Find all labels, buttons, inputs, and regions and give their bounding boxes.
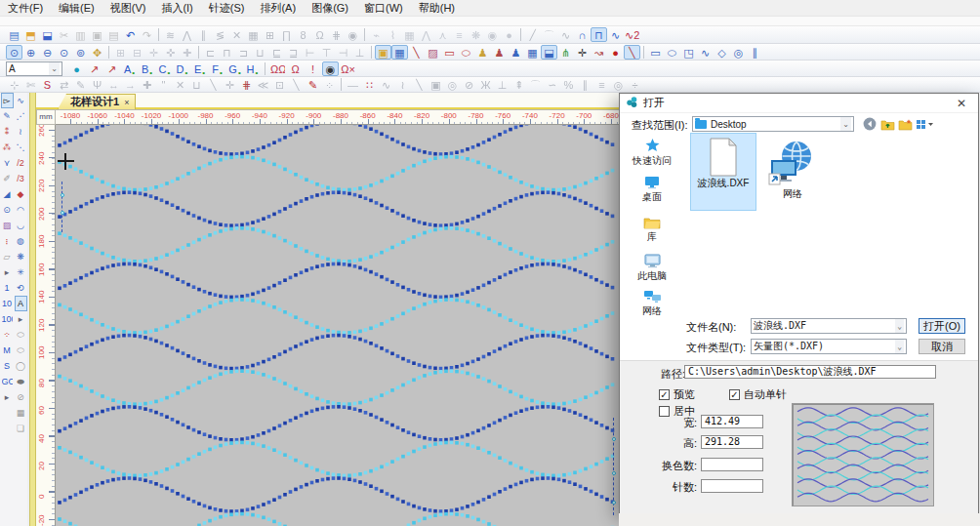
monogram-g-icon[interactable]: G (226, 61, 243, 76)
checkbox-自动单针[interactable]: ✓自动单针 (729, 387, 787, 402)
stitch-edit-icon[interactable]: ⁑ (1, 124, 14, 140)
plant-icon[interactable]: ⋔ (557, 45, 574, 60)
rect-shape-icon[interactable]: ▭ (647, 45, 664, 60)
poly-fill-icon[interactable]: ◢ (1, 186, 14, 202)
eraser-icon[interactable]: ▱ (1, 249, 14, 264)
zoom-all-icon[interactable]: ⊚ (72, 45, 89, 60)
open-file-icon[interactable]: ⬒ (22, 27, 39, 42)
stitch-count-icon[interactable]: ⁂ (1, 140, 14, 155)
spiral-shape-icon[interactable]: ◎ (730, 45, 747, 60)
menu-item[interactable]: 窗口(W) (356, 0, 411, 17)
checkbox-box[interactable]: ✓ (729, 389, 740, 400)
pen-tool-icon[interactable]: ╲ (408, 45, 425, 60)
monogram-font-combo[interactable]: A ⌄ (6, 61, 62, 76)
monitor-icon[interactable]: ⬓ (541, 45, 557, 60)
expander2-icon[interactable]: ▸ (1, 389, 14, 405)
dots-square-icon[interactable]: ▦ (15, 405, 27, 421)
dot-grid-icon[interactable]: ⁘ (1, 327, 14, 343)
fabric-icon[interactable]: ▣ (375, 45, 391, 60)
sphere-icon[interactable]: ◍ (15, 233, 27, 249)
half-spacing-icon[interactable]: /2 (15, 155, 27, 171)
thread-group-blue-icon[interactable]: ♟ (508, 45, 524, 60)
oval-dark-icon[interactable]: ⬬ (15, 374, 27, 389)
menu-item[interactable]: 插入(I) (153, 0, 200, 17)
menu-item[interactable]: 视图(V) (102, 0, 154, 17)
traffic-light-icon[interactable]: ⁝ (1, 233, 14, 249)
branch-icon[interactable]: ⋎ (1, 155, 14, 171)
expander-icon[interactable]: ▸ (1, 264, 14, 280)
rotate-ccw-icon[interactable]: ⟲ (15, 280, 27, 296)
field-input[interactable]: 291.28 (701, 435, 763, 449)
node-edit-icon[interactable]: ✎ (1, 108, 14, 124)
step-100-icon[interactable]: 100 (1, 311, 14, 327)
field-input[interactable]: 412.49 (701, 415, 763, 428)
menu-item[interactable]: 针迹(S) (201, 0, 253, 17)
grid-color-icon[interactable]: ⋕ (238, 77, 255, 92)
filetype-combo[interactable]: 矢量图(*.DXF) ⌄ (751, 339, 907, 354)
swirl-icon[interactable]: ❋ (15, 249, 27, 264)
checkbox-box[interactable]: ✓ (659, 389, 670, 400)
dialog-title-bar[interactable]: 打开 ✕ (620, 94, 978, 113)
color-dot-icon[interactable]: ● (607, 45, 624, 60)
curve2-tool-icon[interactable]: ∿2 (624, 27, 640, 42)
monogram-e-icon[interactable]: E (191, 61, 208, 76)
menu-item[interactable]: 文件(F) (0, 0, 51, 17)
zigzag-line-icon[interactable]: ≀ (15, 124, 27, 140)
place-item[interactable]: 网络 (622, 289, 682, 318)
menu-item[interactable]: 图像(G) (304, 0, 356, 17)
monogram-h-icon[interactable]: H (244, 61, 261, 76)
letter-a-tool-icon[interactable]: A (15, 296, 27, 311)
select-tool-icon[interactable]: ▻ (1, 93, 14, 108)
small-run-icon[interactable]: ↗ (86, 61, 102, 76)
menu-item[interactable]: 编辑(E) (51, 0, 102, 17)
dash-line-icon[interactable]: ⋱ (15, 140, 27, 155)
wave-tool-icon[interactable]: ⊓ (591, 27, 607, 42)
pattern-fill-icon[interactable]: ▨ (425, 45, 441, 60)
go-tool-icon[interactable]: GO (1, 374, 14, 389)
m-tool-icon[interactable]: M (1, 343, 14, 358)
menu-item[interactable]: 排列(A) (252, 0, 304, 17)
wave-line-icon[interactable]: ∿ (15, 93, 27, 108)
tab-close-icon[interactable]: × (124, 98, 129, 107)
oval-gray-icon[interactable]: ⬭ (15, 327, 27, 343)
new-folder-icon[interactable] (897, 116, 913, 132)
undo-icon[interactable]: ↶ (122, 27, 139, 42)
file-item[interactable]: 波浪线.DXF (690, 133, 756, 211)
curve-tool-icon[interactable]: ∿ (607, 27, 624, 42)
cancel-button[interactable]: 取消 (919, 339, 965, 354)
rotate-tool-icon[interactable]: ↝ (591, 45, 607, 60)
thread-group-yellow-icon[interactable]: ♟ (474, 45, 491, 60)
dotted-line-icon[interactable]: ⋰ (15, 108, 27, 124)
letter-icon[interactable]: Ω (287, 61, 304, 76)
ellipse-shape-icon[interactable]: ⬭ (664, 45, 680, 60)
place-item[interactable]: 快速访问 (622, 138, 682, 168)
field-input[interactable] (701, 458, 763, 471)
menu-item[interactable]: 帮助(H) (411, 0, 463, 17)
grid-view-icon[interactable]: ▦ (391, 45, 408, 60)
dialog-close-icon[interactable]: ✕ (951, 97, 972, 110)
colon-grid-icon[interactable]: ∷ (361, 77, 378, 92)
monogram-c-icon[interactable]: C (156, 61, 173, 76)
red-shape-icon[interactable]: ◆ (15, 186, 27, 202)
views-icon[interactable] (915, 116, 936, 132)
document-tab[interactable]: 花样设计1 × (58, 94, 136, 109)
no-entry-icon[interactable]: ⊘ (15, 389, 27, 405)
s-curve-icon[interactable]: S (39, 77, 56, 92)
expander3-icon[interactable]: ▸ (15, 311, 27, 327)
up-folder-icon[interactable] (879, 116, 895, 132)
place-item[interactable]: 库 (622, 216, 682, 244)
place-item[interactable]: 此电脑 (622, 253, 682, 283)
eye-icon[interactable]: ◉ (322, 61, 339, 76)
line-draw-icon[interactable]: ╲ (624, 45, 640, 60)
monogram-d-icon[interactable]: D (174, 61, 190, 76)
asterisk-icon[interactable]: ✳ (15, 264, 27, 280)
red-pen-icon[interactable]: ✎ (305, 77, 321, 92)
monogram-a-icon[interactable]: A (121, 61, 138, 76)
field-input[interactable] (701, 479, 763, 493)
checkbox-预览[interactable]: ✓预览 (659, 387, 695, 402)
letter-pair-icon[interactable]: ΩΩ (269, 61, 286, 76)
mesh-icon[interactable]: ▦ (524, 45, 541, 60)
thread-group-red-icon[interactable]: ♟ (491, 45, 508, 60)
zoom-prev-icon[interactable]: ⊙ (56, 45, 72, 60)
new-file-icon[interactable]: ▤ (6, 27, 22, 42)
